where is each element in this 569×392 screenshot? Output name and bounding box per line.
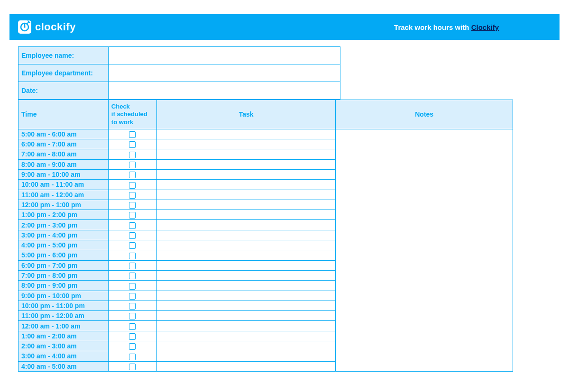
checkbox-icon[interactable]: [129, 242, 136, 249]
scheduled-checkbox-cell[interactable]: [108, 341, 156, 351]
scheduled-checkbox-cell[interactable]: [108, 331, 156, 341]
input-employee-name[interactable]: [109, 47, 340, 64]
checkbox-icon[interactable]: [129, 141, 136, 148]
checkbox-icon[interactable]: [129, 162, 136, 168]
label-employee-name: Employee name:: [18, 47, 109, 64]
task-cell[interactable]: [156, 200, 336, 210]
scheduled-checkbox-cell[interactable]: [108, 311, 156, 321]
scheduled-checkbox-cell[interactable]: [108, 351, 156, 361]
time-cell: 3:00 am - 4:00 am: [18, 351, 109, 361]
input-date[interactable]: [109, 82, 340, 100]
employee-info-table: Employee name: Employee department: Date…: [18, 46, 340, 100]
scheduled-checkbox-cell[interactable]: [108, 361, 156, 371]
notes-cell[interactable]: [336, 129, 513, 371]
scheduled-checkbox-cell[interactable]: [108, 260, 156, 270]
task-cell[interactable]: [156, 281, 336, 291]
time-cell: 11:00 pm - 12:00 am: [18, 311, 109, 321]
checkbox-icon[interactable]: [129, 222, 136, 229]
checkbox-icon[interactable]: [129, 283, 136, 290]
task-cell[interactable]: [156, 230, 336, 240]
checkbox-icon[interactable]: [129, 333, 136, 340]
time-cell: 10:00 pm - 11:00 pm: [18, 301, 109, 310]
checkbox-icon[interactable]: [129, 182, 136, 189]
schedule-header-row: Time Checkif scheduledto work Task Notes: [18, 100, 513, 129]
scheduled-checkbox-cell[interactable]: [108, 210, 156, 220]
scheduled-checkbox-cell[interactable]: [108, 270, 156, 280]
checkbox-icon[interactable]: [129, 131, 136, 138]
task-cell[interactable]: [156, 361, 336, 371]
scheduled-checkbox-cell[interactable]: [108, 301, 156, 310]
scheduled-checkbox-cell[interactable]: [108, 129, 156, 139]
checkbox-icon[interactable]: [129, 343, 136, 350]
header-banner: clockify Track work hours with Clockify: [9, 14, 560, 40]
time-cell: 5:00 pm - 6:00 pm: [18, 250, 109, 260]
scheduled-checkbox-cell[interactable]: [108, 149, 156, 159]
checkbox-icon[interactable]: [129, 273, 136, 279]
time-cell: 8:00 pm - 9:00 pm: [18, 281, 109, 291]
time-cell: 7:00 am - 8:00 am: [18, 149, 109, 159]
scheduled-checkbox-cell[interactable]: [108, 159, 156, 169]
checkbox-icon[interactable]: [129, 354, 136, 360]
task-cell[interactable]: [156, 240, 336, 250]
scheduled-checkbox-cell[interactable]: [108, 281, 156, 291]
checkbox-icon[interactable]: [129, 364, 136, 370]
checkbox-icon[interactable]: [129, 192, 136, 199]
checkbox-icon[interactable]: [129, 212, 136, 219]
task-cell[interactable]: [156, 270, 336, 280]
task-cell[interactable]: [156, 291, 336, 301]
checkbox-icon[interactable]: [129, 253, 136, 259]
task-cell[interactable]: [156, 341, 336, 351]
checkbox-icon[interactable]: [129, 313, 136, 319]
task-cell[interactable]: [156, 129, 336, 139]
time-cell: 12:00 pm - 1:00 pm: [18, 200, 109, 210]
scheduled-checkbox-cell[interactable]: [108, 240, 156, 250]
svg-point-1: [24, 26, 25, 27]
scheduled-checkbox-cell[interactable]: [108, 169, 156, 179]
tagline-prefix: Track work hours with: [394, 23, 471, 31]
task-cell[interactable]: [156, 260, 336, 270]
time-cell: 7:00 pm - 8:00 pm: [18, 270, 109, 280]
checkbox-icon[interactable]: [129, 323, 136, 330]
task-cell[interactable]: [156, 169, 336, 179]
checkbox-icon[interactable]: [129, 202, 136, 209]
checkbox-icon[interactable]: [129, 232, 136, 239]
time-cell: 8:00 am - 9:00 am: [18, 159, 109, 169]
schedule-row: 5:00 am - 6:00 am: [18, 129, 513, 139]
task-cell[interactable]: [156, 210, 336, 220]
tagline-link[interactable]: Clockify: [471, 23, 499, 31]
checkbox-icon[interactable]: [129, 293, 136, 300]
time-cell: 1:00 pm - 2:00 pm: [18, 210, 109, 220]
task-cell[interactable]: [156, 311, 336, 321]
scheduled-checkbox-cell[interactable]: [108, 250, 156, 260]
checkbox-icon[interactable]: [129, 303, 136, 310]
task-cell[interactable]: [156, 331, 336, 341]
task-cell[interactable]: [156, 351, 336, 361]
task-cell[interactable]: [156, 149, 336, 159]
scheduled-checkbox-cell[interactable]: [108, 220, 156, 230]
task-cell[interactable]: [156, 321, 336, 331]
input-employee-dept[interactable]: [109, 64, 340, 82]
scheduled-checkbox-cell[interactable]: [108, 190, 156, 200]
scheduled-checkbox-cell[interactable]: [108, 139, 156, 149]
task-cell[interactable]: [156, 301, 336, 310]
checkbox-icon[interactable]: [129, 172, 136, 178]
task-cell[interactable]: [156, 190, 336, 200]
checkbox-icon[interactable]: [129, 263, 136, 269]
label-date: Date:: [18, 82, 109, 100]
task-cell[interactable]: [156, 250, 336, 260]
scheduled-checkbox-cell[interactable]: [108, 291, 156, 301]
task-cell[interactable]: [156, 139, 336, 149]
time-cell: 5:00 am - 6:00 am: [18, 129, 109, 139]
col-header-task: Task: [156, 100, 336, 129]
task-cell[interactable]: [156, 159, 336, 169]
time-cell: 9:00 pm - 10:00 pm: [18, 291, 109, 301]
time-cell: 6:00 pm - 7:00 pm: [18, 260, 109, 270]
scheduled-checkbox-cell[interactable]: [108, 230, 156, 240]
scheduled-checkbox-cell[interactable]: [108, 321, 156, 331]
task-cell[interactable]: [156, 220, 336, 230]
task-cell[interactable]: [156, 180, 336, 190]
scheduled-checkbox-cell[interactable]: [108, 200, 156, 210]
checkbox-icon[interactable]: [129, 152, 136, 158]
time-cell: 10:00 am - 11:00 am: [18, 180, 109, 190]
scheduled-checkbox-cell[interactable]: [108, 180, 156, 190]
